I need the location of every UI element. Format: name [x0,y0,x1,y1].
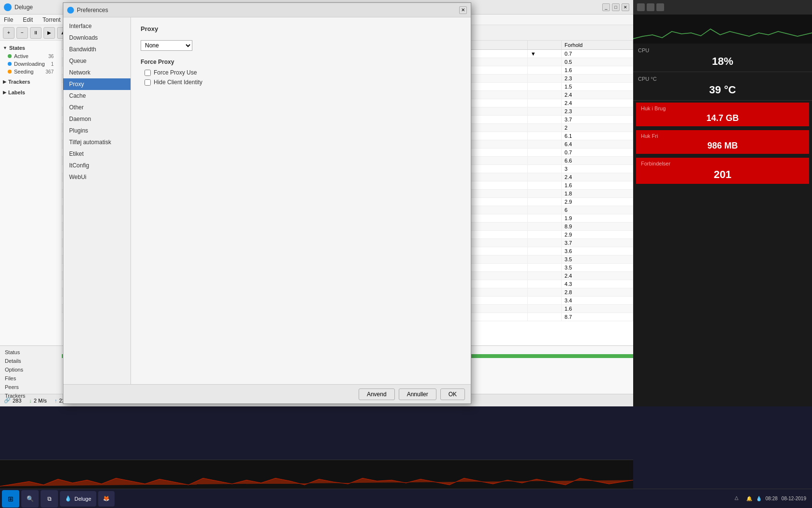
proxy-type-select[interactable]: None HTTP SOCKS4 SOCKS5 SOCKS5 Auth [141,40,192,51]
sys-maximize[interactable] [647,3,654,11]
pause-button[interactable]: ⏸ [30,27,42,39]
ok-button[interactable]: OK [440,388,465,400]
taskbar-deluge-icon: 💧 [65,495,72,502]
row-ratio: 2.4 [562,272,633,280]
pref-nav-bandwidth[interactable]: Bandwidth [63,44,130,55]
row-ratio: 3.6 [562,247,633,255]
pref-nav-itconfig[interactable]: ItConfig [63,160,130,171]
pref-footer: Anvend Annuller OK [63,384,471,403]
force-proxy-row: Force Proxy Use [141,69,461,76]
tray-icon-2: 🔔 [746,496,752,501]
pref-nav-network[interactable]: Network [63,67,130,78]
row-sort [527,206,561,214]
pref-nav-downloads[interactable]: Downloads [63,32,130,44]
resume-button[interactable]: ▶ [44,27,55,39]
pref-nav-tilfoej[interactable]: Tilføj automatisk [63,136,130,148]
tray-icon-3: 💧 [756,496,762,501]
proxy-select-row: None HTTP SOCKS4 SOCKS5 SOCKS5 Auth [141,40,461,51]
row-ratio: 2.4 [562,173,633,181]
labels-header[interactable]: ▶ Labels [0,88,61,97]
remove-button[interactable]: − [16,27,28,39]
row-ratio: 2 [562,124,633,132]
pref-close-button[interactable]: ✕ [459,6,467,14]
pref-title: Preferences [77,7,108,14]
row-ratio: 3.4 [562,297,633,305]
row-sort [527,91,561,99]
pref-nav-webui[interactable]: WebUi [63,171,130,183]
deluge-app-icon [4,3,12,11]
pref-nav-queue[interactable]: Queue [63,55,130,67]
sys-minimize[interactable] [637,3,645,11]
mem-in-use-label: Huk i Brug [641,105,804,111]
row-ratio: 8.9 [562,223,633,231]
connections-section: Forbindelser 201 [636,158,809,184]
hide-client-checkbox[interactable] [145,79,151,86]
menu-file[interactable]: File [2,15,15,24]
sidebar-item-active[interactable]: Active 36 [0,52,61,60]
row-sort [527,165,561,173]
taskbar-search[interactable]: 🔍 [21,490,39,508]
taskbar-firefox[interactable]: 🦊 [98,491,115,507]
row-ratio: 1.8 [562,190,633,198]
pref-nav-other[interactable]: Other [63,102,130,113]
row-sort [527,239,561,247]
menu-edit[interactable]: Edit [21,15,35,24]
states-header[interactable]: ▼ States [0,44,61,52]
row-sort [527,124,561,132]
tab-peers[interactable]: Peers [0,383,61,391]
active-dot [8,54,12,58]
col-ratio[interactable]: Forhold [562,41,633,50]
cancel-button[interactable]: Annuller [399,388,436,400]
row-sort [527,116,561,124]
pref-nav-proxy[interactable]: Proxy [63,78,130,90]
row-sort [527,255,561,264]
labels-arrow: ▶ [3,90,6,95]
row-ratio: 1.6 [562,181,633,190]
menu-torrent[interactable]: Torrent [41,15,62,24]
pref-titlebar: Preferences ✕ [63,3,471,17]
apply-button[interactable]: Anvend [359,388,395,400]
taskbar-taskview[interactable]: ⧉ [41,490,58,508]
pref-nav-interface[interactable]: Interface [63,20,130,32]
pref-nav-plugins[interactable]: Plugins [63,125,130,136]
connections-value: 283 [13,398,21,403]
force-proxy-checkbox[interactable] [145,70,151,76]
tab-details[interactable]: Details [0,357,61,365]
deluge-title: Deluge [14,4,33,11]
seeding-label: Seeding [14,69,33,75]
row-sort [527,305,561,313]
mem-in-use-section: Huk i Brug 14.7 GB [636,103,809,126]
sidebar-item-seeding[interactable]: Seeding 367 [0,68,61,75]
taskbar-deluge[interactable]: 💧 Deluge [60,491,96,507]
sidebar-item-downloading[interactable]: Downloading 1 [0,60,61,68]
tab-status[interactable]: Status [0,348,61,357]
tab-files[interactable]: Files [0,374,61,383]
add-button[interactable]: + [3,27,14,39]
pref-nav: Interface Downloads Bandwidth Queue Netw… [63,17,131,384]
row-ratio: 2.4 [562,99,633,107]
start-button[interactable]: ⊞ [2,490,19,508]
minimize-button[interactable]: _ [602,3,610,11]
hide-client-label[interactable]: Hide Client Identity [154,79,203,86]
mem-free-label: Huk Fri [641,133,804,139]
seeding-dot [8,70,12,74]
row-sort: ▼ [527,50,561,58]
row-sort [527,297,561,305]
force-proxy-label[interactable]: Force Proxy Use [154,69,197,76]
pref-nav-etiket[interactable]: Etiket [63,148,130,160]
row-sort [527,214,561,223]
pref-nav-daemon[interactable]: Daemon [63,113,130,125]
row-ratio: 6.4 [562,140,633,149]
close-button[interactable]: ✕ [622,3,629,11]
maximize-button[interactable]: □ [612,3,620,11]
trackers-header[interactable]: ▶ Trackers [0,77,61,86]
cpu-temp-section: CPU °C 39 °C [633,72,812,101]
down-speed-status-value: 2 M/s [34,398,47,403]
down-speed-status: ↓ 2 M/s [29,398,46,403]
pref-nav-cache[interactable]: Cache [63,90,130,102]
sys-close[interactable] [656,3,664,11]
cpu-graph [633,15,812,44]
tray-icon-1: △ [735,495,742,503]
tab-options[interactable]: Options [0,365,61,374]
connections-icon: 🔗 [4,397,11,403]
